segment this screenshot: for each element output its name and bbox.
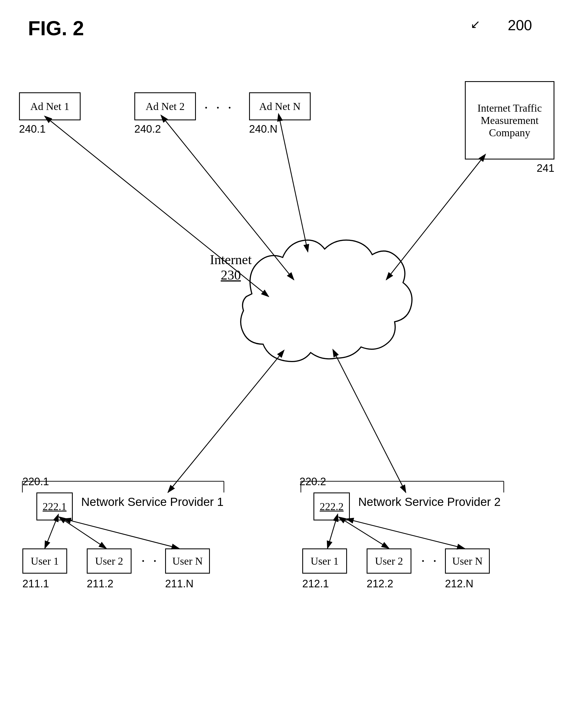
user2-1-box: User 2 xyxy=(87,548,131,574)
figure-number-arrow: ↙ xyxy=(470,17,480,31)
nsp2-user1-arrow xyxy=(328,521,336,548)
adnet2-ref: 240.2 xyxy=(134,123,161,135)
adnetn-label: Ad Net N xyxy=(259,100,300,112)
user2-2-label: User 2 xyxy=(375,555,403,567)
usern-1-box: User N xyxy=(165,548,210,574)
user2-1-label: User 2 xyxy=(95,555,123,567)
internet-nsp2-arrow xyxy=(336,355,406,492)
nsp1-user1-arrow xyxy=(45,521,56,548)
user1-2-box: User 1 xyxy=(302,548,347,574)
itmc-internet-arrow xyxy=(386,160,481,280)
adnetn-box: Ad Net N xyxy=(249,92,311,120)
nsp1-ref: 220.1 xyxy=(22,476,49,488)
usern-2-box: User N xyxy=(445,548,490,574)
usern-2-label: User N xyxy=(452,555,483,567)
internet-text: Internet xyxy=(210,252,252,267)
user1-2-ref: 212.1 xyxy=(302,578,329,590)
nsp2-usern-arrow xyxy=(353,521,465,548)
nsp1-user2-arrow xyxy=(64,521,106,548)
nsp1-usern-arrow xyxy=(70,521,179,548)
figure-label: FIG. 2 xyxy=(28,17,84,40)
adnet1-box: Ad Net 1 xyxy=(19,92,81,120)
box250: 250 xyxy=(294,257,330,286)
figure-number: 200 xyxy=(508,17,532,34)
itmc-label: Internet Traffic Measurement Company xyxy=(478,102,542,139)
adnetn-internet-arrow xyxy=(280,120,308,252)
nsp2-box: 222.2 xyxy=(313,492,350,521)
adnet2-label: Ad Net 2 xyxy=(146,100,185,112)
usern-1-label: User N xyxy=(172,555,203,567)
user1-2-label: User 1 xyxy=(311,555,339,567)
itmc-box: Internet Traffic Measurement Company xyxy=(465,81,554,160)
adnet2-box: Ad Net 2 xyxy=(134,92,196,120)
user1-1-label: User 1 xyxy=(31,555,59,567)
user1-1-ref: 211.1 xyxy=(22,578,49,590)
nsp2-user2-arrow xyxy=(344,521,389,548)
itmc-ref: 241 xyxy=(537,162,554,174)
nsp2-ref: 220.2 xyxy=(299,476,326,488)
usern-1-ref: 211.N xyxy=(165,578,193,590)
box250-label: 250 xyxy=(304,265,320,278)
dots-adnet: · · · xyxy=(204,99,234,116)
user2-2-ref: 212.2 xyxy=(366,578,393,590)
user2-1-ref: 211.2 xyxy=(87,578,113,590)
usern-2-ref: 212.N xyxy=(445,578,473,590)
adnet1-label: Ad Net 1 xyxy=(30,100,69,112)
nsp1-box-label: 222.1 xyxy=(43,500,67,513)
adnet1-ref: 240.1 xyxy=(19,123,46,135)
user1-1-box: User 1 xyxy=(22,548,67,574)
adnetn-ref: 240.N xyxy=(249,123,277,135)
nsp1-box: 222.1 xyxy=(36,492,73,521)
nsp2-box-label: 222.2 xyxy=(320,500,344,513)
internet-underline: 230 xyxy=(210,267,252,282)
nsp1-text: Network Service Provider 1 xyxy=(81,495,224,509)
internet-nsp1-arrow xyxy=(168,355,280,492)
internet-label: Internet 230 xyxy=(210,252,252,282)
nsp2-text: Network Service Provider 2 xyxy=(358,495,501,509)
user2-2-box: User 2 xyxy=(366,548,412,574)
